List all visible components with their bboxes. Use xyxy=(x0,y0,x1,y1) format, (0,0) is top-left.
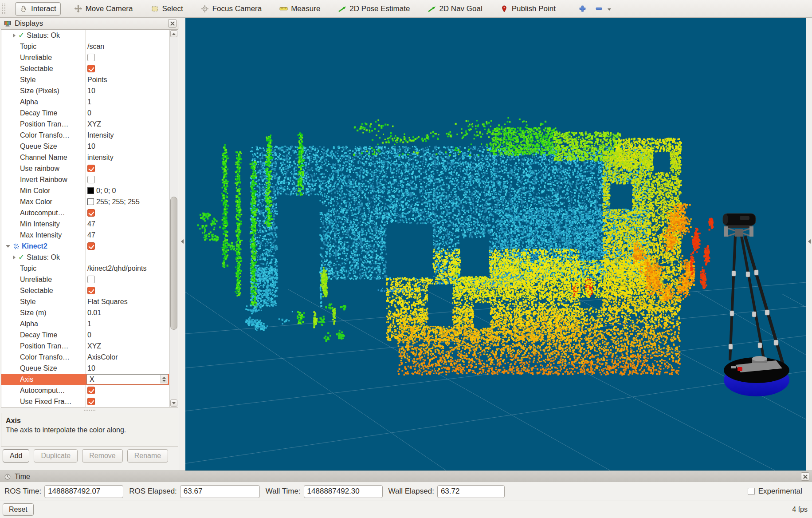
tree-row-min-color[interactable]: Min Color0; 0; 0 xyxy=(1,185,169,196)
tree-row-selectable[interactable]: Selectable xyxy=(1,285,169,296)
color-value[interactable]: 255; 255; 255 xyxy=(96,198,140,206)
add-button[interactable]: Add xyxy=(3,449,29,463)
tree-row-autocomput-[interactable]: Autocomput… xyxy=(1,385,169,396)
color-swatch[interactable] xyxy=(87,187,94,194)
tool-2d-nav-goal[interactable]: 2D Nav Goal xyxy=(423,2,486,16)
scroll-up-button[interactable] xyxy=(170,30,177,37)
tree-row-kinect2[interactable]: Kinect2 xyxy=(1,241,169,252)
tree-row-queue-size[interactable]: Queue Size10 xyxy=(1,141,169,152)
axis-combobox[interactable]: X xyxy=(86,374,168,384)
property-value[interactable]: 47 xyxy=(87,231,95,239)
checkbox[interactable] xyxy=(87,242,95,250)
checkbox[interactable] xyxy=(87,276,95,283)
left-splitter-handle[interactable] xyxy=(179,18,185,471)
tree-row-color-transfo-[interactable]: Color Transfo…Intensity xyxy=(1,130,169,141)
color-value[interactable]: 0; 0; 0 xyxy=(96,187,116,195)
time-field-input-2[interactable] xyxy=(304,485,383,498)
tree-row-topic[interactable]: Topic/scan xyxy=(1,41,169,52)
tree-row-position-tran-[interactable]: Position Tran…XYZ xyxy=(1,340,169,352)
reset-button[interactable]: Reset xyxy=(3,503,34,516)
color-swatch[interactable] xyxy=(87,198,94,205)
tree-row-unreliable[interactable]: Unreliable xyxy=(1,274,169,285)
tree-row-channel-name[interactable]: Channel Nameintensity xyxy=(1,152,169,163)
add-tool-button[interactable] xyxy=(575,2,590,15)
tree-row-topic[interactable]: Topic/kinect2/qhd/points xyxy=(1,263,169,274)
scroll-down-button[interactable] xyxy=(170,399,177,407)
tree-row-size-pixels-[interactable]: Size (Pixels)10 xyxy=(1,85,169,96)
tool-measure[interactable]: Measure xyxy=(275,2,325,16)
property-value[interactable]: Intensity xyxy=(87,131,114,139)
checkbox[interactable] xyxy=(87,387,95,394)
remove-tool-button[interactable] xyxy=(592,2,614,15)
property-value[interactable]: 10 xyxy=(87,87,95,95)
tree-row-selectable[interactable]: Selectable xyxy=(1,63,169,74)
tree-row-position-tran-[interactable]: Position Tran…XYZ xyxy=(1,119,169,130)
checkbox[interactable] xyxy=(87,54,95,61)
right-splitter-handle[interactable] xyxy=(806,18,812,471)
tree-row-autocomput-[interactable]: Autocomput… xyxy=(1,207,169,218)
property-value[interactable]: 1 xyxy=(87,98,91,106)
checkbox[interactable] xyxy=(87,398,95,405)
close-time-panel-button[interactable] xyxy=(801,472,809,481)
tree-row-invert-rainbow[interactable]: Invert Rainbow xyxy=(1,174,169,185)
property-value[interactable]: 47 xyxy=(87,220,95,228)
tree-row-alpha[interactable]: Alpha1 xyxy=(1,318,169,329)
property-value[interactable]: /scan xyxy=(87,43,104,51)
tree-row-style[interactable]: StylePoints xyxy=(1,74,169,85)
tree-row-queue-size[interactable]: Queue Size10 xyxy=(1,363,169,374)
tool-focus-camera[interactable]: Focus Camera xyxy=(196,2,266,16)
tree-row-min-intensity[interactable]: Min Intensity47 xyxy=(1,218,169,229)
tree-row-max-intensity[interactable]: Max Intensity47 xyxy=(1,229,169,241)
toolbar-grip[interactable] xyxy=(2,4,5,14)
tool-select[interactable]: Select xyxy=(146,2,187,16)
time-field-input-0[interactable] xyxy=(44,485,123,498)
property-value[interactable]: 10 xyxy=(87,142,95,150)
experimental-checkbox[interactable] xyxy=(748,488,755,495)
tool-publish-point[interactable]: Publish Point xyxy=(496,2,560,16)
spinner-buttons[interactable] xyxy=(161,375,167,384)
tree-row-status-ok[interactable]: ✓Status: Ok xyxy=(1,252,169,263)
property-value[interactable]: 10 xyxy=(87,364,95,372)
checkbox[interactable] xyxy=(87,287,95,294)
checkbox[interactable] xyxy=(87,165,95,172)
expander-icon[interactable] xyxy=(13,33,16,38)
tree-row-use-rainbow[interactable]: Use rainbow xyxy=(1,163,169,174)
tree-row-decay-time[interactable]: Decay Time0 xyxy=(1,107,169,119)
tree-scrollbar[interactable] xyxy=(169,30,178,407)
panel-splitter[interactable] xyxy=(0,407,179,413)
property-value[interactable]: intensity xyxy=(87,154,114,162)
property-value[interactable]: 0.01 xyxy=(87,309,101,317)
close-panel-button[interactable] xyxy=(168,19,177,28)
property-value[interactable]: 1 xyxy=(87,320,91,328)
property-value[interactable]: XYZ xyxy=(87,342,101,350)
property-value[interactable]: AxisColor xyxy=(87,353,118,361)
3d-viewport[interactable] xyxy=(185,18,806,471)
time-field-input-3[interactable] xyxy=(437,485,505,498)
tree-row-decay-time[interactable]: Decay Time0 xyxy=(1,329,169,340)
checkbox[interactable] xyxy=(87,65,95,72)
tree-row-alpha[interactable]: Alpha1 xyxy=(1,96,169,107)
property-value[interactable]: 0 xyxy=(87,109,91,117)
tree-row-style[interactable]: StyleFlat Squares xyxy=(1,296,169,307)
rename-button[interactable]: Rename xyxy=(127,449,168,463)
duplicate-button[interactable]: Duplicate xyxy=(34,449,78,463)
expander-icon[interactable] xyxy=(6,245,10,248)
tree-row-max-color[interactable]: Max Color255; 255; 255 xyxy=(1,196,169,207)
checkbox[interactable] xyxy=(87,209,95,217)
tree-row-size-m-[interactable]: Size (m)0.01 xyxy=(1,307,169,318)
tree-row-axis[interactable]: AxisX xyxy=(1,374,169,385)
checkbox[interactable] xyxy=(87,176,95,183)
tree-row-color-transfo-[interactable]: Color Transfo…AxisColor xyxy=(1,352,169,363)
property-value[interactable]: Points xyxy=(87,76,107,84)
time-field-input-1[interactable] xyxy=(180,485,260,498)
remove-button[interactable]: Remove xyxy=(82,449,123,463)
property-value[interactable]: XYZ xyxy=(87,120,101,128)
tree-row-unreliable[interactable]: Unreliable xyxy=(1,52,169,63)
tool-2d-pose-estimate[interactable]: 2D Pose Estimate xyxy=(333,2,414,16)
scrollbar-thumb[interactable] xyxy=(170,197,177,330)
tool-move-camera[interactable]: Move Camera xyxy=(70,2,137,16)
property-value[interactable]: 0 xyxy=(87,331,91,339)
property-value[interactable]: Flat Squares xyxy=(87,298,128,306)
tool-interact[interactable]: Interact xyxy=(15,2,61,16)
expander-icon[interactable] xyxy=(13,255,16,260)
